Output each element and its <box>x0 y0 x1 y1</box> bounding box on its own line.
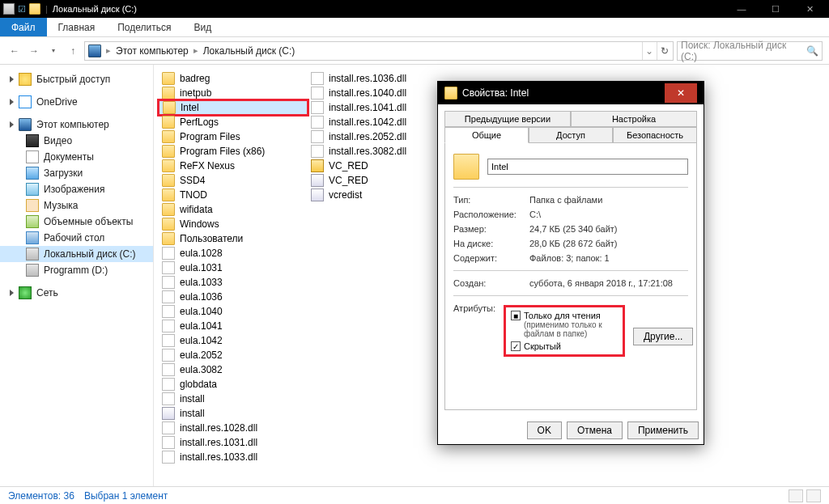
ribbon-share[interactable]: Поделиться <box>106 18 182 36</box>
nav-back[interactable]: ← <box>6 43 23 59</box>
file-item[interactable]: eula.1040 <box>159 304 308 319</box>
desktop-icon <box>26 231 39 244</box>
file-item[interactable]: Program Files <box>159 129 308 144</box>
nav-forward[interactable]: → <box>26 43 42 59</box>
file-item[interactable]: install.res.1042.dll <box>308 115 457 129</box>
file-item[interactable]: install.res.1028.dll <box>159 421 308 435</box>
file-item[interactable]: Пользователи <box>159 231 308 246</box>
file-item[interactable]: Program Files (x86) <box>159 144 308 159</box>
readonly-checkbox[interactable]: ■Только для чтения <box>511 311 618 320</box>
sidebar-quick-access[interactable]: Быстрый доступ <box>0 71 153 87</box>
download-icon <box>26 167 39 180</box>
sidebar-pictures[interactable]: Изображения <box>0 181 153 197</box>
sidebar-onedrive[interactable]: OneDrive <box>0 94 153 110</box>
file-item[interactable]: eula.3082 <box>159 362 308 377</box>
file-item[interactable]: install.res.2052.dll <box>308 129 457 144</box>
advanced-button[interactable]: Другие... <box>633 328 693 345</box>
tab-customize[interactable]: Настройка <box>571 111 697 127</box>
sidebar-documents[interactable]: Документы <box>0 149 153 165</box>
file-item[interactable]: Intel <box>159 100 308 115</box>
ribbon-file[interactable]: Файл <box>0 18 47 36</box>
address-dropdown[interactable]: ⌄ <box>642 42 655 60</box>
file-item[interactable]: VC_RED <box>308 159 457 173</box>
file-name: Program Files <box>180 131 240 142</box>
size-on-disk-value: 28,0 КБ (28 672 байт) <box>529 239 688 248</box>
ok-button[interactable]: OK <box>527 421 562 439</box>
file-item[interactable]: ReFX Nexus <box>159 159 308 173</box>
nav-recent[interactable]: ▾ <box>45 43 62 59</box>
file-item[interactable]: install.res.1033.dll <box>159 450 308 464</box>
breadcrumb-path[interactable]: Локальный диск (C:) <box>203 45 295 57</box>
sidebar-3d-objects[interactable]: Объемные объекты <box>0 214 153 230</box>
view-details-button[interactable] <box>789 489 803 502</box>
file-item[interactable]: badreg <box>159 71 308 86</box>
file-item[interactable]: SSD4 <box>159 173 308 188</box>
file-item[interactable]: vcredist <box>308 188 457 202</box>
file-item[interactable]: install <box>159 406 308 421</box>
sidebar-music[interactable]: Музыка <box>0 197 153 214</box>
file-item[interactable]: globdata <box>159 377 308 392</box>
drive-icon <box>26 264 39 277</box>
file-name: install.res.1036.dll <box>329 73 406 84</box>
window-maximize[interactable]: ☐ <box>759 1 792 17</box>
file-name: eula.1031 <box>180 262 223 273</box>
search-input[interactable]: Поиск: Локальный диск (C:) 🔍 <box>677 41 823 61</box>
window-close[interactable]: ✕ <box>793 1 826 17</box>
ribbon: Файл Главная Поделиться Вид <box>0 18 829 37</box>
file-item[interactable]: VC_RED <box>308 173 457 188</box>
file-item[interactable]: eula.2052 <box>159 348 308 362</box>
file-item[interactable]: wifidata <box>159 202 308 217</box>
folder-name-input[interactable]: Intel <box>487 159 688 175</box>
file-item[interactable]: install <box>159 392 308 406</box>
hidden-checkbox[interactable]: ✓Скрытый <box>511 341 618 351</box>
sidebar-downloads[interactable]: Загрузки <box>0 165 153 181</box>
sidebar-video[interactable]: Видео <box>0 133 153 149</box>
attributes-highlight: ■Только для чтения (применимо только к ф… <box>504 305 625 357</box>
file-item[interactable]: install.res.3082.dll <box>308 144 457 159</box>
file-name: VC_RED <box>329 160 368 172</box>
nav-up[interactable]: ↑ <box>65 43 81 59</box>
file-icon <box>311 159 324 172</box>
ribbon-home[interactable]: Главная <box>47 18 107 36</box>
type-label: Тип: <box>453 195 521 205</box>
file-name: globdata <box>180 379 217 390</box>
file-item[interactable]: eula.1042 <box>159 333 308 348</box>
qat-checkbox-icon[interactable]: ☑ <box>18 4 26 15</box>
view-icons-button[interactable] <box>806 489 821 502</box>
file-item[interactable]: install.res.1036.dll <box>308 71 457 86</box>
tab-sharing[interactable]: Доступ <box>529 127 613 143</box>
file-item[interactable]: eula.1036 <box>159 290 308 304</box>
ribbon-view[interactable]: Вид <box>182 18 223 36</box>
file-item[interactable]: eula.1031 <box>159 260 308 275</box>
sidebar-drive-d[interactable]: Programm (D:) <box>0 262 153 278</box>
file-name: SSD4 <box>180 175 205 186</box>
file-item[interactable]: TNOD <box>159 188 308 202</box>
sidebar-desktop[interactable]: Рабочий стол <box>0 230 153 246</box>
tab-previous-versions[interactable]: Предыдущие версии <box>444 111 571 127</box>
window-minimize[interactable]: — <box>725 1 758 17</box>
size-label: Размер: <box>453 224 521 234</box>
apply-button[interactable]: Применить <box>627 421 699 439</box>
sidebar-network[interactable]: Сеть <box>0 285 153 301</box>
tab-general[interactable]: Общие <box>444 127 529 143</box>
file-item[interactable]: inetpub <box>159 86 308 100</box>
breadcrumb-root[interactable]: Этот компьютер <box>116 45 189 57</box>
file-item[interactable]: install.res.1031.dll <box>159 435 308 450</box>
address-bar[interactable]: ▸ Этот компьютер ▸ Локальный диск (C:) ⌄… <box>84 41 674 61</box>
sidebar-this-pc[interactable]: Этот компьютер <box>0 116 153 133</box>
cancel-button[interactable]: Отмена <box>567 421 623 439</box>
refresh-button[interactable]: ↻ <box>657 42 671 60</box>
file-item[interactable]: eula.1041 <box>159 319 308 333</box>
tab-security[interactable]: Безопасность <box>613 127 697 143</box>
file-item[interactable]: eula.1028 <box>159 246 308 260</box>
file-item[interactable]: PerfLogs <box>159 115 308 129</box>
dialog-close[interactable]: ✕ <box>665 83 697 103</box>
file-icon <box>162 320 175 332</box>
file-item[interactable]: install.res.1040.dll <box>308 86 457 100</box>
file-item[interactable]: Windows <box>159 217 308 231</box>
file-item[interactable]: eula.1033 <box>159 275 308 290</box>
file-item[interactable]: install.res.1041.dll <box>308 100 457 115</box>
file-icon <box>162 247 175 260</box>
sidebar-drive-c[interactable]: Локальный диск (C:) <box>0 246 153 262</box>
file-name: Intel <box>181 102 199 113</box>
